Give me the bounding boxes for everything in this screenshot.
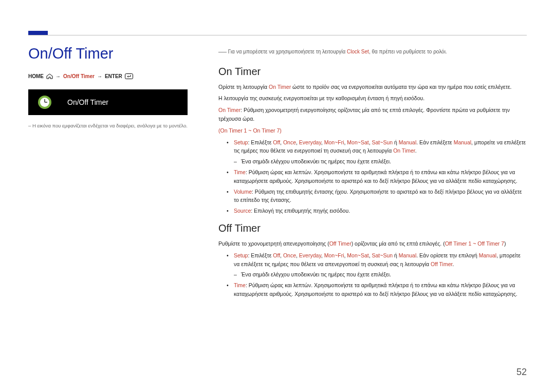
list-item: Time: Ρύθμιση ώρας και λεπτών. Χρησιμοπο… <box>234 168 527 185</box>
preview-label: On/Off Timer <box>67 98 108 106</box>
list-sub-item: Ένα σημάδι ελέγχου υποδεικνύει τις ημέρε… <box>241 157 527 166</box>
list-item: Source: Επιλογή της επιθυμητής πηγής εισ… <box>234 207 527 215</box>
preview-box: On/Off Timer <box>28 89 188 115</box>
list-item: Volume: Ρύθμιση της επιθυμητής έντασης ή… <box>234 188 527 205</box>
off-timer-list: Setup: Επιλέξτε Off, Once, Everyday, Mon… <box>218 251 527 298</box>
page-title: On/Off Timer <box>28 45 203 62</box>
body-text: Ρυθμίστε το χρονομετρητή απενεργοποίησης… <box>218 239 527 248</box>
top-divider <box>28 35 527 35</box>
body-text: Ορίστε τη λειτουργία On Timer ώστε το πρ… <box>218 83 527 91</box>
timer-range: (On Timer 1 ~ On Timer 7) <box>218 126 527 135</box>
page-number: 52 <box>516 367 527 378</box>
list-item: Setup: Επιλέξτε Off, Once, Everyday, Mon… <box>234 251 527 279</box>
breadcrumb-arrow: → <box>97 73 102 79</box>
breadcrumb-item: On/Off Timer <box>63 73 95 79</box>
on-timer-list: Setup: Επιλέξτε Off, Once, Everyday, Mon… <box>218 138 527 215</box>
clock-icon <box>38 95 52 109</box>
list-item: Time: Ρύθμιση ώρας και λεπτών. Χρησιμοπο… <box>234 281 527 298</box>
enter-icon <box>125 73 133 79</box>
off-timer-heading: Off Timer <box>218 222 527 234</box>
on-timer-heading: On Timer <box>218 66 527 78</box>
body-text: On Timer: Ρύθμιση χρονομετρητή ενεργοποί… <box>218 106 527 123</box>
breadcrumb: HOME → On/Off Timer → ENTER <box>28 73 203 79</box>
home-icon <box>46 73 53 79</box>
list-item: Setup: Επιλέξτε Off, Once, Everyday, Mon… <box>234 138 527 166</box>
breadcrumb-enter: ENTER <box>105 73 122 79</box>
left-note: – Η εικόνα που εμφανίζεται ενδέχεται να … <box>28 122 203 129</box>
section-marker <box>28 31 48 35</box>
breadcrumb-home: HOME <box>28 73 44 79</box>
breadcrumb-arrow: → <box>55 73 61 79</box>
clock-set-note: ― Για να μπορέσετε να χρησιμοποιήσετε τη… <box>218 45 527 59</box>
body-text: Η λειτουργία της συσκευής ενεργοποιείται… <box>218 94 527 103</box>
list-sub-item: Ένα σημάδι ελέγχου υποδεικνύει τις ημέρε… <box>241 270 527 279</box>
